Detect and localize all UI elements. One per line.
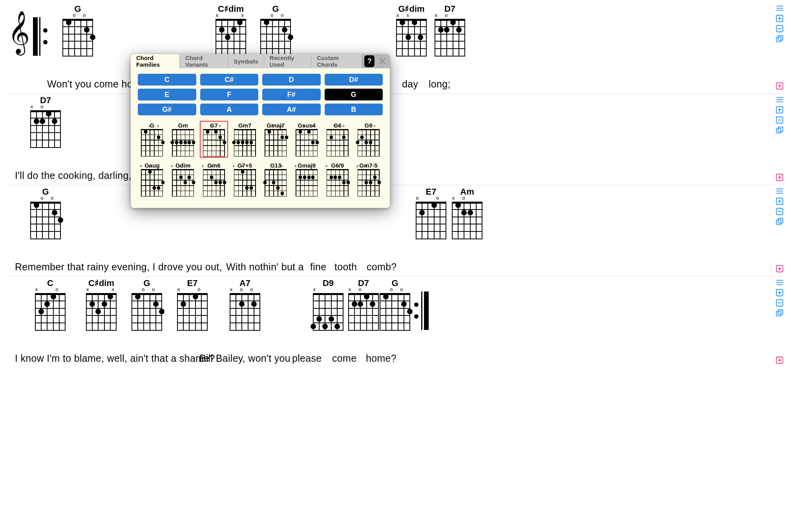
lyric-word[interactable]: I'll do the cooking, darling, I'll bbox=[15, 170, 144, 181]
root-g[interactable]: G bbox=[325, 89, 383, 100]
chord-diagram: oo bbox=[296, 129, 318, 157]
lyric-word[interactable]: tooth bbox=[334, 261, 357, 273]
add-chord-button[interactable] bbox=[775, 14, 784, 23]
chord-variant[interactable]: Gm6xx bbox=[200, 161, 228, 198]
chord-slot[interactable]: A7xoo bbox=[226, 278, 264, 331]
add-line-button[interactable] bbox=[775, 173, 784, 182]
duplicate-line-button[interactable] bbox=[775, 217, 784, 226]
root-gsharp[interactable]: G# bbox=[138, 104, 196, 115]
chord-variant[interactable]: Gdimxx bbox=[169, 161, 197, 198]
root-e[interactable]: E bbox=[138, 89, 196, 100]
chord-variant-name: Gm7 bbox=[238, 122, 251, 129]
chord-variant-name: G7+5 bbox=[237, 162, 252, 169]
tab-chord variants[interactable]: Chord Variants bbox=[180, 54, 228, 68]
chord-variant[interactable]: Goo bbox=[138, 121, 166, 158]
line-tools bbox=[775, 187, 784, 226]
chord-name: G bbox=[257, 4, 294, 14]
lyrics-line[interactable]: Remember that rainy evening, I drove you… bbox=[8, 261, 783, 273]
chord-slot[interactable]: E7oo bbox=[412, 187, 450, 239]
reorder-handle-icon[interactable] bbox=[775, 95, 784, 104]
lyric-word[interactable]: Remember that rainy evening, I drove you… bbox=[15, 261, 222, 273]
chord-variant[interactable]: G6oo bbox=[323, 121, 352, 158]
lyric-word[interactable]: Bill Bailey, won't you bbox=[199, 353, 290, 364]
help-button[interactable]: ? bbox=[364, 55, 375, 67]
remove-chord-button[interactable] bbox=[775, 116, 784, 124]
song-line: D7xoI'll do the cooking, darling, I'll bbox=[8, 94, 783, 185]
add-line-button[interactable] bbox=[775, 264, 784, 273]
chord-slot[interactable]: D9x bbox=[309, 278, 347, 331]
chord-diagram bbox=[435, 19, 465, 56]
chord-slot[interactable]: G♯dimxx bbox=[393, 4, 430, 56]
lyric-word[interactable]: please bbox=[292, 353, 322, 364]
lyric-word[interactable]: day bbox=[402, 78, 418, 90]
lyrics-line[interactable]: I know I'm to blame, well, ain't that a … bbox=[8, 353, 783, 364]
root-csharp[interactable]: C# bbox=[200, 74, 259, 86]
reorder-handle-icon[interactable] bbox=[775, 4, 784, 13]
chord-variant[interactable]: Gm7-5xx bbox=[354, 161, 383, 198]
chord-variant[interactable]: Gm bbox=[169, 121, 197, 158]
chord-variant[interactable]: Gaugxx bbox=[138, 161, 166, 198]
lyric-word[interactable]: fine bbox=[310, 261, 327, 273]
lyric-word[interactable]: comb? bbox=[367, 261, 397, 273]
chord-diagram bbox=[380, 293, 410, 331]
root-a[interactable]: A bbox=[200, 104, 259, 115]
chord-slot[interactable]: Goo bbox=[376, 278, 414, 331]
tab-custom chords[interactable]: Custom Chords bbox=[311, 54, 362, 68]
chord-name: G bbox=[128, 278, 166, 288]
reorder-handle-icon[interactable] bbox=[775, 187, 784, 195]
lyrics-line[interactable]: Won't you come homedaylong; bbox=[8, 78, 783, 90]
add-chord-button[interactable] bbox=[775, 288, 784, 297]
reorder-handle-icon[interactable] bbox=[775, 278, 784, 287]
root-c[interactable]: C bbox=[138, 74, 196, 86]
chord-slot[interactable]: C♯dimxx bbox=[212, 4, 250, 56]
chord-slot[interactable]: Goo bbox=[27, 187, 64, 239]
chord-diagram bbox=[177, 293, 208, 331]
duplicate-line-button[interactable] bbox=[775, 126, 784, 135]
chord-variant[interactable]: Gsus4oo bbox=[292, 121, 321, 158]
remove-chord-button[interactable] bbox=[775, 207, 784, 216]
chord-slot[interactable]: E7oo bbox=[174, 278, 211, 331]
duplicate-line-button[interactable] bbox=[775, 35, 784, 43]
tab-chord families[interactable]: Chord Families bbox=[131, 54, 180, 68]
chord-variant[interactable]: Gmaj9x bbox=[292, 161, 321, 198]
lyric-word[interactable]: With nothin' but a bbox=[226, 261, 304, 273]
add-chord-button[interactable] bbox=[775, 106, 784, 114]
root-dsharp[interactable]: D# bbox=[325, 74, 383, 86]
chord-slot[interactable]: Amxo bbox=[448, 187, 486, 239]
chord-variant[interactable]: Gmaj7oo bbox=[261, 121, 290, 158]
root-fsharp[interactable]: F# bbox=[262, 89, 321, 100]
chord-slot[interactable]: Goo bbox=[59, 4, 97, 56]
chord-slot[interactable]: Goo bbox=[257, 4, 294, 56]
chord-slot[interactable]: Goo bbox=[128, 278, 166, 331]
add-chord-button[interactable] bbox=[775, 197, 784, 206]
root-b[interactable]: B bbox=[325, 104, 383, 115]
lyric-word[interactable]: home? bbox=[366, 353, 396, 364]
lyric-word[interactable]: I know I'm to blame, well, ain't that a … bbox=[15, 353, 215, 364]
chord-diagram: oo bbox=[141, 129, 163, 157]
chord-variant[interactable]: G13x bbox=[261, 161, 290, 198]
root-f[interactable]: F bbox=[200, 89, 259, 100]
lyrics-line[interactable]: I'll do the cooking, darling, I'll bbox=[8, 170, 783, 182]
chord-slot[interactable]: C♯dimxx bbox=[82, 278, 120, 331]
chord-slot[interactable]: Cxo bbox=[31, 278, 69, 331]
chord-variant[interactable]: G9x bbox=[354, 121, 383, 158]
root-asharp[interactable]: A# bbox=[262, 104, 321, 115]
remove-chord-button[interactable] bbox=[775, 24, 784, 33]
lyric-word[interactable]: long; bbox=[429, 78, 451, 90]
chord-variant[interactable]: G6/9x bbox=[323, 161, 352, 198]
tab-recently used[interactable]: Recently Used bbox=[264, 54, 311, 68]
chord-slot[interactable]: D7xo bbox=[431, 4, 469, 56]
remove-chord-button[interactable] bbox=[775, 299, 784, 307]
chord-slot[interactable]: D7xo bbox=[27, 95, 64, 148]
tab-symbols[interactable]: Symbols bbox=[228, 54, 264, 68]
lyric-word[interactable]: come bbox=[332, 353, 356, 364]
chord-variant[interactable]: G7+5xx bbox=[230, 161, 259, 198]
add-line-button[interactable] bbox=[775, 82, 784, 90]
root-d[interactable]: D bbox=[262, 74, 321, 86]
duplicate-line-button[interactable] bbox=[775, 309, 784, 317]
close-button[interactable]: ✕ bbox=[377, 54, 387, 68]
chord-variant[interactable]: Gm7 bbox=[230, 121, 259, 158]
add-line-button[interactable] bbox=[775, 356, 784, 364]
chord-variant[interactable]: G7oo bbox=[200, 121, 228, 158]
chord-diagram: x bbox=[358, 129, 380, 157]
